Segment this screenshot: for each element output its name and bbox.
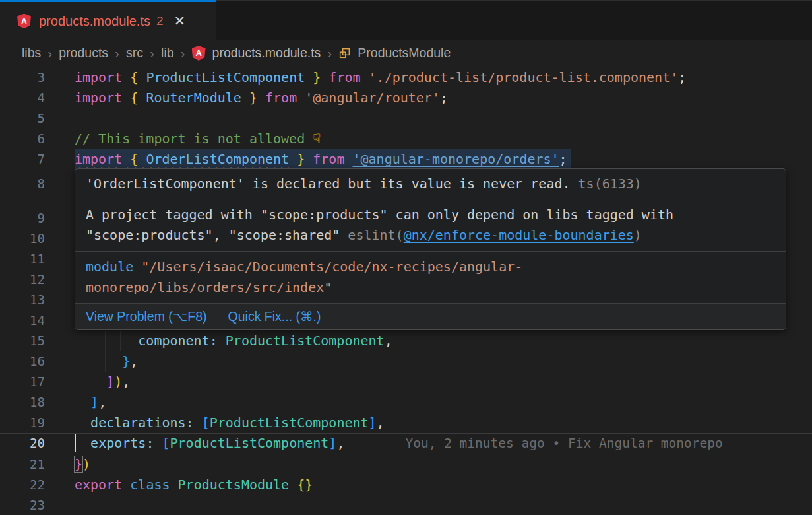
token-id: RouterModule: [146, 90, 241, 106]
ts-error-code: ts(6133): [571, 176, 642, 191]
module-specifier-link[interactable]: '@angular-monorepo/orders': [353, 151, 559, 167]
token-sqr: [289, 151, 297, 167]
line-number-8[interactable]: 8: [0, 174, 75, 194]
token-b1: }: [313, 69, 321, 85]
code-line-18[interactable]: 18 ],: [0, 392, 812, 413]
line-number-3[interactable]: 3: [0, 67, 75, 88]
token-sqr: [305, 151, 313, 167]
code-text: export class ProductsModule {}: [75, 475, 313, 495]
token-pun: [297, 90, 305, 106]
token-sqr: OrderListComponent: [146, 151, 289, 167]
line-number-11[interactable]: 11: [0, 249, 75, 269]
line-number-16[interactable]: 16: [0, 351, 75, 372]
token-sqo: [138, 151, 146, 167]
token-prop: exports:: [90, 435, 154, 451]
line-number-4[interactable]: 4: [0, 88, 75, 108]
code-text: import { OrderListComponent } from '@ang…: [75, 149, 571, 170]
angular-file-icon: A: [17, 14, 31, 29]
code-line-6[interactable]: 6// This import is not allowed ☟: [0, 129, 812, 149]
token-pun: [75, 415, 90, 430]
line-number-5[interactable]: 5: [0, 108, 75, 129]
code-text: ],: [75, 392, 106, 413]
breadcrumb-src[interactable]: src: [126, 46, 143, 61]
token-pun: ,: [130, 353, 138, 369]
code-line-5[interactable]: 5: [0, 108, 812, 129]
line-number-15[interactable]: 15: [0, 331, 75, 351]
quick-fix-link[interactable]: Quick Fix... (⌘.): [228, 306, 321, 327]
token-b3: ]: [328, 435, 336, 451]
code-line-3[interactable]: 3import { ProductListComponent } from '.…: [0, 67, 812, 88]
code-editor[interactable]: 3import { ProductListComponent } from '.…: [0, 66, 812, 515]
token-kw: from: [313, 151, 344, 167]
line-number-21[interactable]: 21: [0, 454, 75, 475]
token-pun: ;: [559, 151, 567, 167]
token-b2: ]: [106, 374, 114, 390]
line-number-6[interactable]: 6: [0, 129, 75, 149]
breadcrumb-libs[interactable]: libs: [22, 46, 41, 61]
line-number-14[interactable]: 14: [0, 310, 75, 331]
code-line-21[interactable]: 21}): [0, 454, 812, 475]
line-number-22[interactable]: 22: [0, 475, 75, 495]
close-icon[interactable]: ✕: [174, 13, 186, 29]
window-top-border: [216, 0, 812, 1]
token-sqo: {: [130, 151, 138, 167]
line-number-9[interactable]: 9: [0, 208, 75, 228]
code-line-20[interactable]: 20 exports: [ProductListComponent],You, …: [0, 433, 812, 454]
token-b1: }: [297, 151, 305, 167]
token-sqr: {: [130, 151, 138, 167]
git-blame-annotation: You, 2 minutes ago • Fix Angular monorep…: [405, 433, 722, 454]
token-pun: [122, 151, 130, 167]
breadcrumb-products[interactable]: products: [59, 46, 108, 61]
token-kwb: class: [130, 477, 170, 493]
token-pun: [122, 477, 130, 493]
token-emoji: ☟: [313, 131, 321, 147]
token-b1: ): [114, 374, 122, 390]
token-str: './product-list/product-list.component': [369, 69, 679, 85]
module-path-part1: "/Users/isaac/Documents/code/nx-recipes/…: [133, 259, 522, 275]
eslint-rule-link[interactable]: @nx/enforce-module-boundaries: [404, 227, 634, 243]
line-number-18[interactable]: 18: [0, 392, 75, 413]
breadcrumb-lib[interactable]: lib: [161, 46, 174, 61]
hover-eslint-row: A project tagged with "scope:products" c…: [75, 199, 786, 252]
token-pun: ,: [98, 394, 106, 410]
breadcrumb-symbol[interactable]: ProductsModule: [358, 46, 451, 61]
token-b3: }: [122, 353, 130, 369]
hover-module-row: module "/Users/isaac/Documents/code/nx-r…: [75, 252, 786, 304]
token-pun: [241, 90, 249, 106]
line-number-19[interactable]: 19: [0, 413, 75, 433]
code-line-19[interactable]: 19 declarations: [ProductListComponent],: [0, 413, 812, 433]
token-cls: ProductsModule: [178, 477, 290, 493]
token-kw: from: [265, 90, 297, 106]
line-number-17[interactable]: 17: [0, 372, 75, 392]
token-pun: [122, 90, 130, 106]
line-number-23[interactable]: 23: [0, 495, 75, 515]
token-pun: [257, 90, 265, 106]
chevron-right-icon: ›: [181, 46, 185, 61]
code-line-22[interactable]: 22export class ProductsModule {}: [0, 475, 812, 495]
code-line-4[interactable]: 4import { RouterModule } from '@angular/…: [0, 88, 812, 108]
code-line-15[interactable]: 15 component: ProductListComponent,: [0, 331, 812, 351]
token-prop: component:: [138, 333, 217, 349]
eslint-source-open: eslint(: [348, 227, 403, 243]
code-text: }): [75, 454, 90, 475]
ts-error-message: 'OrderListComponent' is declared but its…: [86, 176, 571, 191]
breadcrumb-file[interactable]: products.module.ts: [212, 46, 321, 61]
line-number-10[interactable]: 10: [0, 228, 75, 249]
line-number-13[interactable]: 13: [0, 290, 75, 310]
token-pun: [138, 90, 146, 106]
line-number-12[interactable]: 12: [0, 269, 75, 290]
token-pun: [122, 69, 130, 85]
code-line-23[interactable]: 23: [0, 495, 812, 515]
view-problem-link[interactable]: View Problem (⌥F8): [86, 306, 207, 327]
line-number-20[interactable]: 20: [0, 433, 75, 454]
token-kw: export: [75, 477, 122, 493]
code-block-top: 3import { ProductListComponent } from '.…: [0, 67, 812, 170]
tab-problems-badge: 2: [156, 14, 164, 28]
line-number-7[interactable]: 7: [0, 149, 75, 170]
code-line-17[interactable]: 17 ]),: [0, 372, 812, 392]
token-pun: [75, 435, 90, 451]
tab-products-module[interactable]: A products.module.ts 2 ✕: [0, 0, 216, 40]
code-line-7[interactable]: 7import { OrderListComponent } from '@an…: [0, 149, 812, 170]
code-line-16[interactable]: 16 },: [0, 351, 812, 372]
token-pun: ,: [377, 415, 385, 430]
